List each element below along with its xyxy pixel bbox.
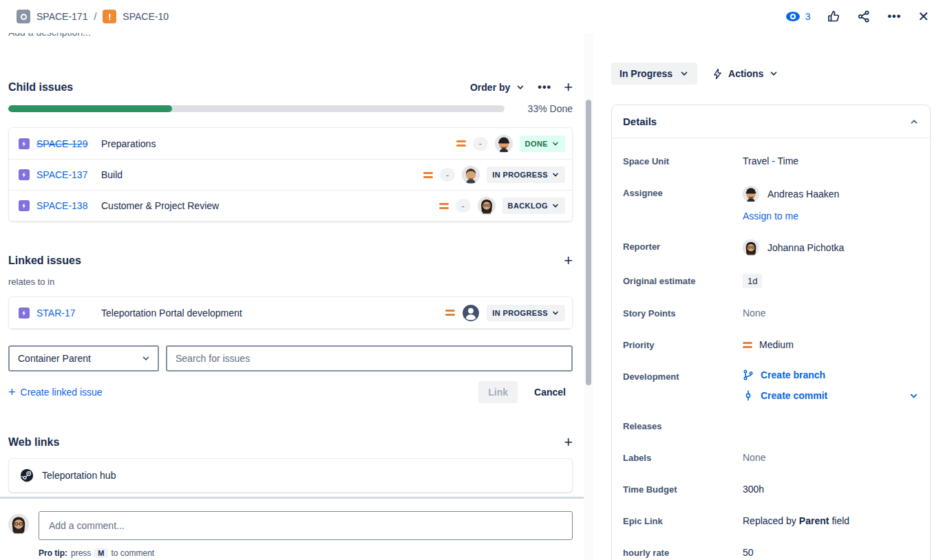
status-dropdown[interactable]: IN PROGRESS	[487, 166, 565, 183]
assignee-avatar[interactable]	[478, 197, 496, 215]
create-linked-issue-button[interactable]: + Create linked issue	[8, 385, 103, 400]
watchers-button[interactable]: 3	[785, 11, 811, 22]
more-actions-button[interactable]: •••	[887, 10, 901, 23]
progress-label: 33% Done	[514, 103, 573, 114]
assignee-avatar	[743, 186, 759, 202]
child-issue-row[interactable]: SPACE-138 Customer & Project Review - BA…	[9, 190, 572, 221]
assignee-value[interactable]: Andreas Haaken	[743, 186, 839, 202]
ellipsis-icon: •••	[538, 81, 551, 94]
modal-header: SPACE-171 / ! SPACE-10 3	[0, 0, 943, 33]
issue-summary[interactable]: Customer & Project Review	[101, 200, 439, 211]
chevron-down-icon	[141, 354, 151, 363]
child-issues-progress: 33% Done	[8, 103, 573, 114]
status-dropdown[interactable]: DONE	[520, 136, 565, 152]
priority-medium-icon	[423, 172, 433, 178]
create-commit-link[interactable]: Create commit	[761, 390, 827, 401]
priority-value[interactable]: Medium	[743, 338, 919, 352]
linked-issue-row[interactable]: STAR-17 Teleportation Portal development…	[9, 297, 572, 328]
progress-fill	[8, 105, 172, 112]
unassigned-avatar-icon[interactable]	[462, 304, 480, 322]
estimate-badge[interactable]: -	[473, 137, 488, 151]
add-child-issue-button[interactable]: +	[564, 80, 573, 95]
left-pane-scrollbar	[584, 33, 593, 560]
breadcrumb-parent-link[interactable]: SPACE-171	[36, 11, 87, 22]
reporter-value[interactable]: Johanna Pichotka	[743, 239, 844, 256]
web-links-list: Teleportation hub	[8, 458, 573, 493]
issue-key-link[interactable]: STAR-17	[36, 308, 97, 319]
keyboard-shortcut-badge: M	[94, 548, 107, 558]
web-link-row[interactable]: Teleportation hub	[9, 459, 572, 492]
status-dropdown[interactable]: BACKLOG	[502, 197, 565, 214]
hourly-rate-value[interactable]: 50	[743, 546, 919, 559]
issue-key-link[interactable]: SPACE-129	[36, 138, 97, 149]
estimate-badge[interactable]: -	[456, 199, 471, 213]
plus-icon: +	[8, 385, 16, 400]
issue-key-link[interactable]: SPACE-138	[36, 200, 97, 211]
plus-icon: +	[564, 252, 573, 269]
current-issue-type-icon: !	[103, 10, 116, 23]
details-fields: Space Unit Travel - Time Assignee Andrea…	[612, 138, 930, 559]
priority-medium-icon	[456, 140, 466, 147]
status-transition-button[interactable]: In Progress	[611, 63, 697, 85]
labels-value[interactable]: None	[743, 451, 919, 464]
field-original-estimate: Original estimate 1d	[623, 265, 919, 297]
issue-key-link[interactable]: SPACE-137	[36, 169, 97, 180]
space-unit-value[interactable]: Travel - Time	[743, 154, 919, 168]
original-estimate-value[interactable]: 1d	[743, 274, 762, 288]
issue-type-bolt-icon	[19, 138, 30, 149]
development-expand-button[interactable]	[909, 391, 919, 401]
estimate-badge[interactable]: -	[440, 168, 455, 182]
story-points-value[interactable]: None	[743, 306, 919, 320]
time-budget-value[interactable]: 300h	[743, 482, 919, 496]
field-priority: Priority Medium	[623, 329, 919, 360]
like-button[interactable]	[827, 10, 840, 23]
actions-button[interactable]: Actions	[712, 63, 778, 85]
field-time-budget: Time Budget 300h	[623, 473, 919, 505]
child-issues-title: Child issues	[8, 81, 73, 94]
linked-issues-list: STAR-17 Teleportation Portal development…	[8, 297, 573, 329]
add-linked-issue-button[interactable]: +	[564, 253, 573, 268]
cancel-button[interactable]: Cancel	[527, 381, 573, 403]
commit-icon	[743, 390, 754, 401]
field-space-unit: Space Unit Travel - Time	[623, 145, 919, 177]
field-labels: Labels None	[623, 442, 919, 473]
child-issue-row[interactable]: SPACE-129 Preparations - DONE	[9, 128, 572, 159]
add-link-form: Container Parent	[8, 345, 573, 371]
scrollbar-thumb[interactable]	[586, 100, 591, 385]
chevron-down-icon	[909, 391, 919, 401]
issue-search-input[interactable]	[166, 345, 573, 371]
chevron-down-icon	[551, 309, 560, 317]
epic-link-value: Replaced by Parent field	[743, 514, 919, 528]
plus-icon: +	[564, 433, 573, 451]
close-button[interactable]: ✕	[918, 10, 929, 23]
assignee-avatar[interactable]	[462, 166, 480, 184]
priority-medium-icon	[445, 310, 455, 316]
issue-summary[interactable]: Preparations	[101, 138, 456, 149]
share-button[interactable]	[857, 10, 871, 23]
issue-type-bolt-icon	[19, 308, 30, 319]
breadcrumb: SPACE-171 / ! SPACE-10	[17, 10, 169, 23]
releases-value[interactable]	[743, 419, 919, 433]
status-dropdown[interactable]: IN PROGRESS	[487, 305, 565, 321]
comment-input[interactable]	[39, 511, 573, 540]
current-user-avatar	[8, 514, 29, 535]
link-type-select[interactable]: Container Parent	[8, 345, 159, 371]
issue-summary[interactable]: Teleportation Portal development	[101, 308, 445, 319]
order-by-button[interactable]: Order by	[470, 82, 525, 93]
link-button[interactable]: Link	[478, 381, 518, 403]
breadcrumb-current-link[interactable]: SPACE-10	[123, 11, 169, 22]
chevron-down-icon	[551, 140, 560, 148]
add-web-link-button[interactable]: +	[564, 435, 573, 450]
create-branch-link[interactable]: Create branch	[761, 369, 825, 380]
issue-summary[interactable]: Build	[101, 169, 423, 180]
chevron-down-icon	[551, 202, 560, 210]
description-placeholder-clipped[interactable]: Add a description...	[8, 33, 573, 41]
assign-to-me-link[interactable]: Assign to me	[743, 211, 839, 222]
assignee-avatar[interactable]	[495, 135, 513, 153]
web-link-label[interactable]: Teleportation hub	[42, 470, 116, 481]
child-issue-row[interactable]: SPACE-137 Build - IN PROGRESS	[9, 159, 572, 190]
child-issues-more-button[interactable]: •••	[538, 81, 551, 94]
web-links-title: Web links	[8, 436, 59, 449]
field-assignee: Assignee Andreas Haaken Assign to me	[623, 177, 919, 230]
details-panel-header[interactable]: Details	[612, 105, 930, 138]
